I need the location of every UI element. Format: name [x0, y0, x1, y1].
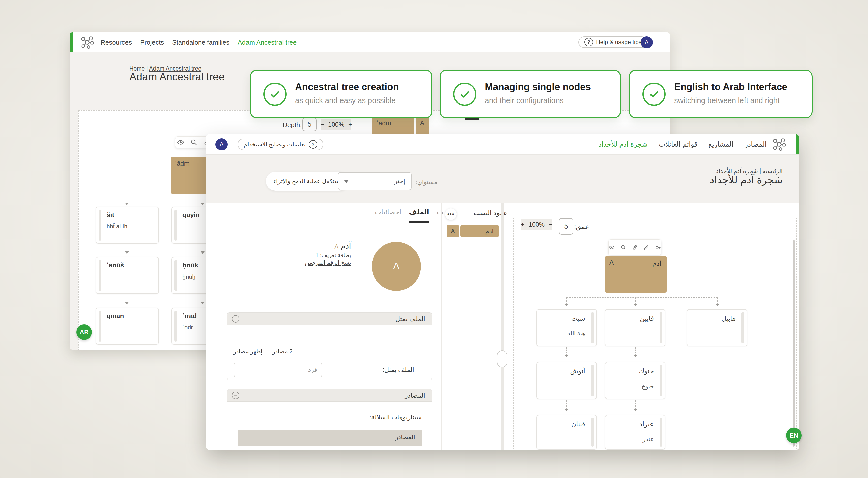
edit-icon[interactable]: [644, 243, 650, 251]
node-handle: [742, 312, 744, 343]
lineage-node[interactable]: آدم: [461, 225, 499, 238]
connector-arrow: [125, 251, 129, 254]
depth-input[interactable]: 5: [303, 117, 316, 131]
feature-card-title: English to Arab Interface: [674, 81, 787, 93]
nav-item-adam-tree-ar[interactable]: شجرة آدم للأجداد: [598, 140, 648, 148]
nav-item-resources[interactable]: Resources: [100, 38, 132, 46]
collapse-icon[interactable]: −: [232, 391, 240, 399]
canvas-scrollbar[interactable]: [793, 240, 795, 446]
tree-node-label: أنوش: [570, 368, 585, 375]
nav-item-adam-ancestral-tree[interactable]: Adam Ancestral tree: [238, 38, 297, 46]
collapse-icon[interactable]: −: [232, 315, 240, 322]
nav-item-family-lists-ar[interactable]: قوائم العائلات: [659, 140, 698, 148]
connector: [203, 296, 203, 302]
tree-node[interactable]: قايين: [605, 309, 665, 346]
zoom-out-button[interactable]: −: [549, 221, 553, 228]
zoom-in-button[interactable]: +: [348, 121, 352, 128]
connector: [127, 345, 127, 349]
divider: [441, 203, 442, 450]
sources-count: 2 مصادر: [273, 348, 292, 355]
app-logo-icon[interactable]: [80, 35, 96, 49]
tree-node[interactable]: قينان: [536, 415, 597, 449]
sources-table-header-label: المصادر: [396, 434, 415, 441]
eye-icon[interactable]: [609, 243, 615, 251]
user-avatar[interactable]: A: [641, 36, 653, 48]
complete-merge-button[interactable]: إستكمل عملية الدمج والإثراء: [266, 171, 349, 191]
connector-arrow: [200, 302, 205, 305]
breadcrumb-current[interactable]: شجرة آدم للأجداد: [716, 168, 758, 174]
show-sources-link[interactable]: إظهر مصادر: [234, 348, 262, 355]
node-handle: [591, 312, 594, 343]
connector-arrow: [633, 409, 638, 411]
depth-input-ar[interactable]: 5: [559, 218, 574, 235]
tree-node-sublabel: ẖnūẖ: [183, 273, 195, 280]
connector-arrow: [564, 355, 568, 357]
tree-node-badge: A: [610, 259, 614, 267]
language-badge-ar[interactable]: AR: [76, 325, 92, 340]
app-logo-icon[interactable]: [772, 137, 787, 151]
arabic-app-window: المصادر المشاريع قوائم العائلات شجرة آدم…: [206, 134, 800, 450]
connector: [203, 199, 203, 203]
connector: [190, 194, 190, 199]
tree-node[interactable]: أنوش: [536, 362, 597, 399]
zoom-level: 100%: [528, 221, 545, 228]
lineage-scenarios-label: سيناريوهات السلالة:: [370, 413, 422, 421]
tree-node[interactable]: qīnān: [95, 307, 159, 344]
feature-card-title: Ancestral tree creation: [295, 81, 399, 93]
tab-statistics[interactable]: احصائيات: [375, 203, 401, 223]
user-avatar[interactable]: A: [216, 138, 227, 150]
sources-section: المصادر − سيناريوهات السلالة: المصادر: [227, 389, 432, 450]
tree-node[interactable]: عيراد عندر: [605, 415, 665, 449]
more-options-button[interactable]: •••: [445, 208, 457, 220]
front-navbar: المصادر المشاريع قوائم العائلات شجرة آدم…: [206, 134, 800, 155]
help-usage-tips-button[interactable]: ? Help & usage tips: [579, 36, 648, 48]
help-button-label: تعليمات ونصائح الاستخدام: [244, 141, 306, 148]
tab-profile[interactable]: الملف: [409, 203, 429, 223]
feature-card-interface-switch: English to Arab Interface switching betw…: [629, 69, 812, 118]
depth-label: Depth:: [282, 121, 302, 129]
key-icon[interactable]: [655, 243, 661, 251]
connector: [566, 400, 567, 409]
language-badge-en[interactable]: EN: [786, 428, 802, 443]
search-icon[interactable]: [190, 138, 197, 146]
tree-node[interactable]: حنوك خنوخ: [605, 362, 665, 399]
search-icon[interactable]: [620, 243, 626, 251]
tree-node-root[interactable]: ʾādm: [170, 157, 209, 194]
nav-item-projects-ar[interactable]: المشاريع: [709, 140, 734, 148]
help-button-label: Help & usage tips: [596, 39, 642, 45]
represents-section: الملف يمثل − 2 مصادر إظهر مصادر الملف يم…: [227, 312, 432, 380]
zoom-control: − 100% +: [321, 119, 351, 130]
panel-resize-handle[interactable]: [497, 350, 507, 368]
tree-node-label: قايين: [640, 314, 654, 322]
panel-scroll-track[interactable]: [500, 203, 503, 450]
nav-item-projects[interactable]: Projects: [140, 38, 164, 46]
tree-node-sublabel: هبة الله: [567, 330, 585, 337]
zoom-in-button[interactable]: +: [521, 221, 525, 228]
nav-item-resources-ar[interactable]: المصادر: [744, 140, 767, 148]
tree-node[interactable]: šīt hbẗ al-lh: [95, 206, 159, 243]
level-label: مستواي:: [415, 178, 437, 185]
tree-node-root-ar[interactable]: A آدم: [605, 255, 667, 293]
connector: [717, 298, 718, 305]
feature-card-title: Managing single nodes: [485, 81, 591, 93]
zoom-out-button[interactable]: −: [320, 121, 324, 128]
tree-node[interactable]: ʾanūš: [95, 257, 159, 294]
represents-section-header: الملف يمثل −: [227, 313, 432, 326]
tree-node[interactable]: هابيل: [687, 309, 747, 346]
nav-item-standalone-families[interactable]: Standalone families: [172, 38, 229, 46]
tree-node-label: آدم: [652, 260, 661, 268]
node-handle: [98, 209, 101, 240]
link-icon[interactable]: [632, 243, 638, 251]
copy-reference-link[interactable]: نسخ الرقم المرجعي: [305, 260, 351, 266]
feature-card-subtitle: and their configurations: [485, 96, 563, 105]
help-usage-tips-button-ar[interactable]: ? تعليمات ونصائح الاستخدام: [238, 138, 323, 150]
feature-card-single-nodes: Managing single nodes and their configur…: [439, 69, 621, 118]
lineage-badge[interactable]: A: [446, 225, 459, 238]
eye-icon[interactable]: [177, 138, 185, 146]
level-select[interactable]: إختر: [338, 172, 411, 190]
tree-node-label: ʿīrād: [183, 312, 196, 320]
connector-arrow: [200, 251, 205, 254]
breadcrumb-home[interactable]: الرئيسية: [763, 168, 782, 174]
tree-node[interactable]: شيت هبة الله: [536, 309, 597, 346]
represents-select[interactable]: فرد: [234, 363, 322, 377]
